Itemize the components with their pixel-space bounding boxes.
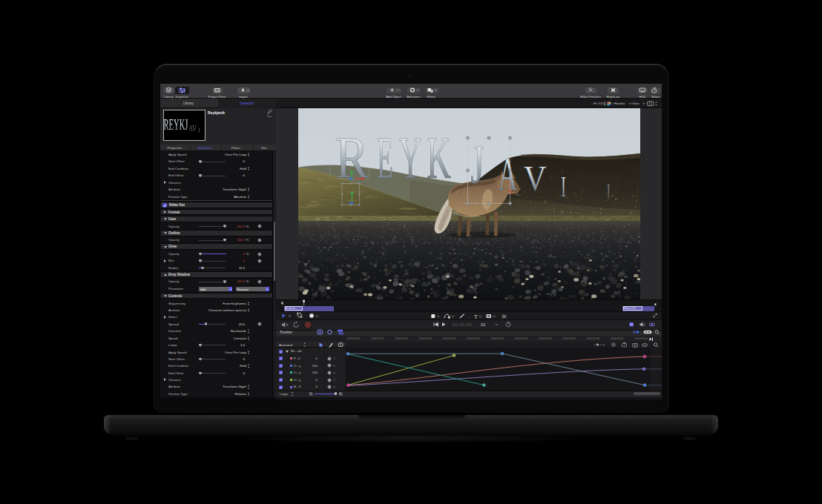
svg-text:E: E xyxy=(377,125,393,191)
svg-text:K: K xyxy=(427,125,451,191)
svg-text:R: R xyxy=(335,125,369,191)
svg-text:A: A xyxy=(499,147,518,200)
svg-text:V: V xyxy=(524,159,547,198)
svg-text:I: I xyxy=(561,169,566,203)
svg-text:I: I xyxy=(607,180,611,202)
svg-text:Y: Y xyxy=(399,125,422,191)
svg-text:J: J xyxy=(471,135,484,195)
